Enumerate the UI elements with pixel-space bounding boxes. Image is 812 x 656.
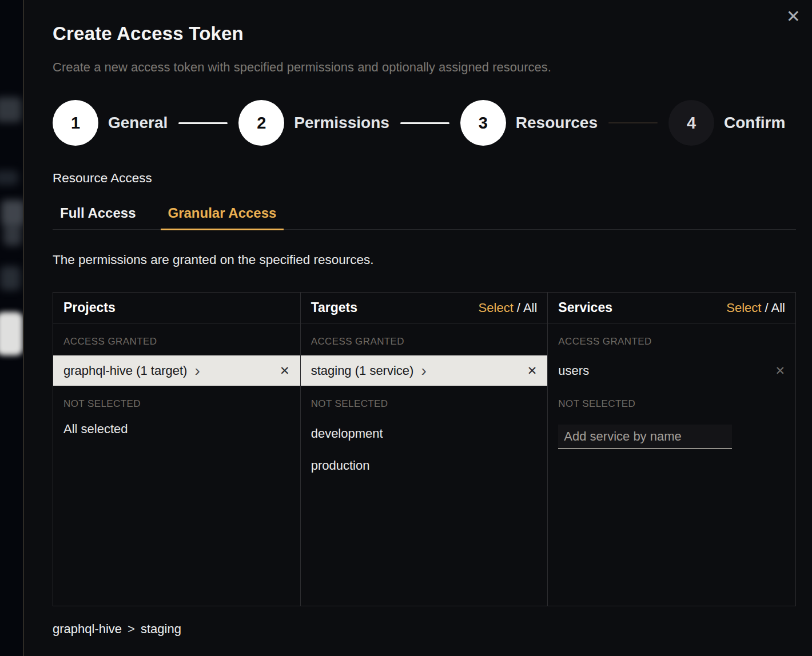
tab-full-access[interactable]: Full Access <box>53 205 144 230</box>
background-blur-shape <box>3 225 22 246</box>
granted-service-row[interactable]: users ✕ <box>548 355 795 386</box>
background-blur-shape <box>0 312 23 355</box>
remove-target-icon[interactable]: ✕ <box>527 364 538 378</box>
chevron-right-icon: › <box>194 363 200 379</box>
background-blur-shape <box>0 97 22 122</box>
create-access-token-dialog: ✕ Create Access Token Create a new acces… <box>23 0 812 656</box>
actions-separator: / <box>761 301 771 315</box>
step-number-circle: 3 <box>460 100 506 146</box>
dialog-title: Create Access Token <box>53 23 796 45</box>
step-label: Permissions <box>294 114 389 132</box>
resource-access-heading: Resource Access <box>53 171 796 186</box>
background-blur-shape <box>0 266 21 290</box>
step-connector <box>608 122 658 123</box>
actions-separator: / <box>514 301 523 315</box>
targets-all-link[interactable]: All <box>523 301 537 315</box>
step-number-circle: 4 <box>668 100 714 146</box>
step-connector <box>400 122 449 124</box>
not-selected-label: NOT SELECTED <box>558 398 785 410</box>
step-label: General <box>108 114 168 132</box>
granted-service-label: users <box>558 363 589 378</box>
breadcrumb-project[interactable]: graphql-hive <box>53 622 122 637</box>
breadcrumb-separator: > <box>128 622 135 637</box>
step-resources[interactable]: 3 Resources <box>460 100 598 146</box>
targets-select-link[interactable]: Select <box>479 301 514 315</box>
access-mode-tabs: Full Access Granular Access <box>53 205 796 230</box>
granted-project-row[interactable]: graphql-hive (1 target) › ✕ <box>53 355 300 386</box>
all-selected-note: All selected <box>53 418 300 441</box>
add-service-input[interactable] <box>558 425 732 449</box>
projects-column-header: Projects <box>53 293 300 323</box>
access-granted-label: ACCESS GRANTED <box>311 336 538 347</box>
granted-target-row[interactable]: staging (1 service) › ✕ <box>301 355 548 386</box>
granted-project-label: graphql-hive (1 target) <box>63 363 187 378</box>
targets-header-actions: Select / All <box>479 301 538 315</box>
projects-column: Projects ACCESS GRANTED graphql-hive (1 … <box>53 293 301 606</box>
chevron-right-icon: › <box>421 363 426 379</box>
step-connector <box>178 122 228 124</box>
step-number-circle: 2 <box>238 100 284 146</box>
background-blur-shape <box>0 170 18 185</box>
step-confirm[interactable]: 4 Confirm <box>668 100 785 146</box>
column-title: Projects <box>63 300 116 315</box>
step-permissions[interactable]: 2 Permissions <box>238 100 389 146</box>
tab-granular-access[interactable]: Granular Access <box>161 205 284 230</box>
services-select-link[interactable]: Select <box>726 301 761 315</box>
breadcrumb: graphql-hive > staging <box>53 622 796 637</box>
services-column: Services Select / All ACCESS GRANTED use… <box>548 293 795 606</box>
target-item-development[interactable]: development <box>301 418 548 450</box>
picker-description: The permissions are granted on the speci… <box>53 253 796 267</box>
step-label: Resources <box>516 114 598 132</box>
wizard-stepper: 1 General 2 Permissions 3 Resources 4 Co… <box>53 100 796 146</box>
resource-picker-table: Projects ACCESS GRANTED graphql-hive (1 … <box>53 292 796 606</box>
not-selected-label: NOT SELECTED <box>311 398 538 410</box>
services-column-header: Services Select / All <box>548 293 795 323</box>
close-icon[interactable]: ✕ <box>786 8 801 25</box>
granted-target-label: staging (1 service) <box>311 363 414 378</box>
access-granted-label: ACCESS GRANTED <box>63 336 290 347</box>
breadcrumb-target[interactable]: staging <box>141 622 181 637</box>
not-selected-label: NOT SELECTED <box>63 398 290 410</box>
step-number-circle: 1 <box>53 100 98 146</box>
background-blur-shape <box>1 200 25 226</box>
services-header-actions: Select / All <box>726 301 785 315</box>
targets-column-header: Targets Select / All <box>301 293 548 323</box>
remove-service-icon[interactable]: ✕ <box>775 364 785 378</box>
column-title: Services <box>558 300 612 315</box>
targets-column: Targets Select / All ACCESS GRANTED stag… <box>301 293 548 606</box>
column-title: Targets <box>311 300 357 315</box>
remove-project-icon[interactable]: ✕ <box>280 364 290 378</box>
dialog-subtitle: Create a new access token with specified… <box>53 60 796 75</box>
services-all-link[interactable]: All <box>771 301 785 315</box>
step-general[interactable]: 1 General <box>53 100 168 146</box>
target-item-production[interactable]: production <box>301 450 548 482</box>
step-label: Confirm <box>724 114 785 132</box>
access-granted-label: ACCESS GRANTED <box>558 336 785 347</box>
